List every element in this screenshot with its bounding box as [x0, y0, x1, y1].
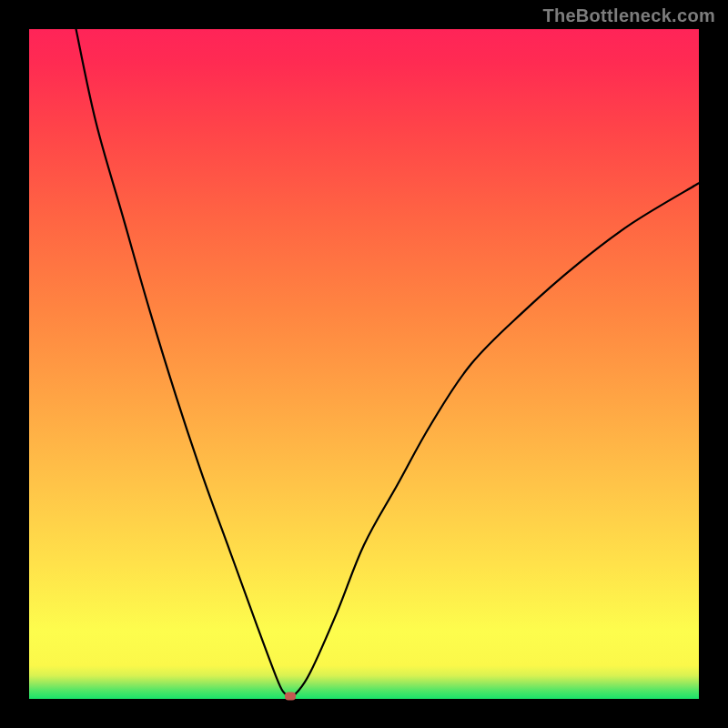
bottleneck-curve	[76, 29, 699, 696]
watermark-text: TheBottleneck.com	[542, 5, 715, 26]
curve-svg	[29, 29, 699, 699]
plot-area	[29, 29, 699, 699]
chart-frame: TheBottleneck.com	[0, 0, 728, 728]
min-marker	[285, 693, 296, 701]
